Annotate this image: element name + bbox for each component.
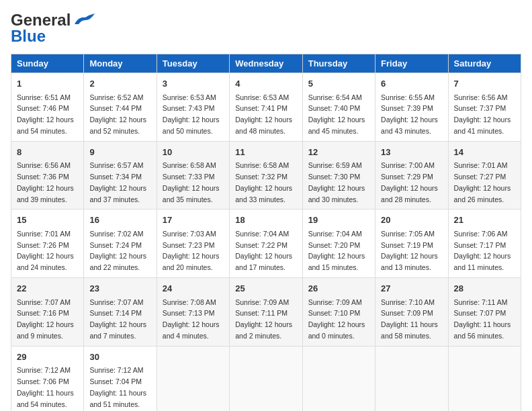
day-info: Sunrise: 6:59 AM Sunset: 7:30 PM Dayligh…: [308, 160, 369, 205]
day-number: 18: [235, 214, 296, 227]
calendar-cell: [448, 346, 521, 411]
day-number: 22: [17, 282, 78, 295]
day-info: Sunrise: 7:12 AM Sunset: 7:06 PM Dayligh…: [17, 365, 78, 410]
calendar-cell: 19Sunrise: 7:04 AM Sunset: 7:20 PM Dayli…: [302, 210, 375, 278]
day-info: Sunrise: 7:04 AM Sunset: 7:22 PM Dayligh…: [235, 228, 296, 273]
calendar-cell: 14Sunrise: 7:01 AM Sunset: 7:27 PM Dayli…: [448, 141, 521, 210]
day-info: Sunrise: 7:08 AM Sunset: 7:13 PM Dayligh…: [163, 297, 224, 342]
calendar-cell: 10Sunrise: 6:58 AM Sunset: 7:33 PM Dayli…: [157, 141, 229, 210]
calendar-header-row: SundayMondayTuesdayWednesdayThursdayFrid…: [11, 54, 521, 73]
day-number: 7: [454, 77, 515, 91]
day-number: 4: [235, 77, 296, 91]
day-info: Sunrise: 6:57 AM Sunset: 7:34 PM Dayligh…: [89, 160, 150, 205]
logo-bird-icon: [72, 11, 96, 30]
calendar-cell: 11Sunrise: 6:58 AM Sunset: 7:32 PM Dayli…: [230, 141, 302, 210]
calendar-week-3: 15Sunrise: 7:01 AM Sunset: 7:26 PM Dayli…: [11, 210, 521, 278]
day-info: Sunrise: 7:12 AM Sunset: 7:04 PM Dayligh…: [89, 365, 150, 410]
calendar-week-5: 29Sunrise: 7:12 AM Sunset: 7:06 PM Dayli…: [11, 346, 521, 411]
calendar-cell: [230, 346, 302, 411]
day-number: 10: [163, 146, 224, 159]
calendar-cell: 12Sunrise: 6:59 AM Sunset: 7:30 PM Dayli…: [302, 141, 375, 210]
day-number: 16: [89, 214, 150, 227]
day-info: Sunrise: 7:01 AM Sunset: 7:27 PM Dayligh…: [454, 160, 515, 205]
calendar-cell: [157, 346, 229, 411]
calendar-cell: 29Sunrise: 7:12 AM Sunset: 7:06 PM Dayli…: [11, 346, 84, 411]
day-info: Sunrise: 7:03 AM Sunset: 7:23 PM Dayligh…: [163, 228, 224, 273]
calendar-cell: [375, 346, 448, 411]
day-number: 6: [381, 77, 442, 91]
day-number: 11: [235, 146, 296, 159]
calendar-cell: 4Sunrise: 6:53 AM Sunset: 7:41 PM Daylig…: [230, 73, 302, 142]
day-number: 2: [89, 77, 150, 91]
day-info: Sunrise: 6:53 AM Sunset: 7:41 PM Dayligh…: [235, 92, 296, 137]
day-info: Sunrise: 6:55 AM Sunset: 7:39 PM Dayligh…: [381, 92, 442, 137]
day-info: Sunrise: 7:07 AM Sunset: 7:14 PM Dayligh…: [89, 297, 150, 342]
day-number: 29: [17, 351, 78, 364]
calendar-cell: 2Sunrise: 6:52 AM Sunset: 7:44 PM Daylig…: [84, 73, 157, 142]
calendar-body: 1Sunrise: 6:51 AM Sunset: 7:46 PM Daylig…: [11, 73, 521, 412]
calendar-cell: 23Sunrise: 7:07 AM Sunset: 7:14 PM Dayli…: [84, 278, 157, 347]
day-number: 21: [454, 214, 515, 227]
calendar-cell: 8Sunrise: 6:56 AM Sunset: 7:36 PM Daylig…: [11, 141, 84, 210]
calendar-cell: 6Sunrise: 6:55 AM Sunset: 7:39 PM Daylig…: [375, 73, 448, 142]
calendar-cell: 9Sunrise: 6:57 AM Sunset: 7:34 PM Daylig…: [84, 141, 157, 210]
day-number: 28: [454, 282, 515, 295]
calendar-week-2: 8Sunrise: 6:56 AM Sunset: 7:36 PM Daylig…: [11, 141, 521, 210]
day-info: Sunrise: 7:05 AM Sunset: 7:19 PM Dayligh…: [381, 228, 442, 273]
calendar-cell: 26Sunrise: 7:09 AM Sunset: 7:10 PM Dayli…: [302, 278, 375, 347]
day-info: Sunrise: 7:01 AM Sunset: 7:26 PM Dayligh…: [17, 228, 78, 273]
day-number: 30: [89, 351, 150, 364]
column-header-saturday: Saturday: [448, 54, 521, 73]
logo-blue: Blue: [11, 27, 46, 46]
calendar-week-1: 1Sunrise: 6:51 AM Sunset: 7:46 PM Daylig…: [11, 73, 521, 142]
calendar-cell: 24Sunrise: 7:08 AM Sunset: 7:13 PM Dayli…: [157, 278, 229, 347]
column-header-tuesday: Tuesday: [157, 54, 229, 73]
day-info: Sunrise: 6:56 AM Sunset: 7:37 PM Dayligh…: [454, 92, 515, 137]
day-info: Sunrise: 6:54 AM Sunset: 7:40 PM Dayligh…: [308, 92, 369, 137]
calendar-cell: 21Sunrise: 7:06 AM Sunset: 7:17 PM Dayli…: [448, 210, 521, 278]
calendar-cell: 16Sunrise: 7:02 AM Sunset: 7:24 PM Dayli…: [84, 210, 157, 278]
page-header: General Blue: [11, 11, 521, 46]
logo: General Blue: [11, 11, 96, 46]
day-number: 23: [89, 282, 150, 295]
day-number: 19: [308, 214, 369, 227]
day-number: 24: [163, 282, 224, 295]
day-info: Sunrise: 7:04 AM Sunset: 7:20 PM Dayligh…: [308, 228, 369, 273]
calendar-cell: 22Sunrise: 7:07 AM Sunset: 7:16 PM Dayli…: [11, 278, 84, 347]
day-number: 13: [381, 146, 442, 159]
day-number: 5: [308, 77, 369, 91]
calendar-cell: 5Sunrise: 6:54 AM Sunset: 7:40 PM Daylig…: [302, 73, 375, 142]
calendar-cell: 20Sunrise: 7:05 AM Sunset: 7:19 PM Dayli…: [375, 210, 448, 278]
calendar-cell: 1Sunrise: 6:51 AM Sunset: 7:46 PM Daylig…: [11, 73, 84, 142]
day-number: 15: [17, 214, 78, 227]
day-info: Sunrise: 7:02 AM Sunset: 7:24 PM Dayligh…: [89, 228, 150, 273]
day-number: 27: [381, 282, 442, 295]
day-number: 12: [308, 146, 369, 159]
calendar-cell: 3Sunrise: 6:53 AM Sunset: 7:43 PM Daylig…: [157, 73, 229, 142]
calendar-cell: 7Sunrise: 6:56 AM Sunset: 7:37 PM Daylig…: [448, 73, 521, 142]
calendar-cell: [302, 346, 375, 411]
day-info: Sunrise: 6:58 AM Sunset: 7:32 PM Dayligh…: [235, 160, 296, 205]
calendar-cell: 25Sunrise: 7:09 AM Sunset: 7:11 PM Dayli…: [230, 278, 302, 347]
day-info: Sunrise: 6:51 AM Sunset: 7:46 PM Dayligh…: [17, 92, 78, 137]
calendar-cell: 27Sunrise: 7:10 AM Sunset: 7:09 PM Dayli…: [375, 278, 448, 347]
day-number: 8: [17, 146, 78, 159]
calendar-table: SundayMondayTuesdayWednesdayThursdayFrid…: [11, 54, 521, 411]
day-number: 20: [381, 214, 442, 227]
day-info: Sunrise: 7:07 AM Sunset: 7:16 PM Dayligh…: [17, 297, 78, 342]
day-number: 1: [17, 77, 78, 91]
calendar-cell: 30Sunrise: 7:12 AM Sunset: 7:04 PM Dayli…: [84, 346, 157, 411]
day-number: 9: [89, 146, 150, 159]
calendar-week-4: 22Sunrise: 7:07 AM Sunset: 7:16 PM Dayli…: [11, 278, 521, 347]
calendar-cell: 13Sunrise: 7:00 AM Sunset: 7:29 PM Dayli…: [375, 141, 448, 210]
day-number: 25: [235, 282, 296, 295]
calendar-cell: 15Sunrise: 7:01 AM Sunset: 7:26 PM Dayli…: [11, 210, 84, 278]
day-info: Sunrise: 6:53 AM Sunset: 7:43 PM Dayligh…: [163, 92, 224, 137]
day-info: Sunrise: 6:56 AM Sunset: 7:36 PM Dayligh…: [17, 160, 78, 205]
day-number: 3: [163, 77, 224, 91]
calendar-cell: 18Sunrise: 7:04 AM Sunset: 7:22 PM Dayli…: [230, 210, 302, 278]
day-info: Sunrise: 7:00 AM Sunset: 7:29 PM Dayligh…: [381, 160, 442, 205]
day-info: Sunrise: 6:58 AM Sunset: 7:33 PM Dayligh…: [163, 160, 224, 205]
day-info: Sunrise: 7:06 AM Sunset: 7:17 PM Dayligh…: [454, 228, 515, 273]
column-header-wednesday: Wednesday: [230, 54, 302, 73]
